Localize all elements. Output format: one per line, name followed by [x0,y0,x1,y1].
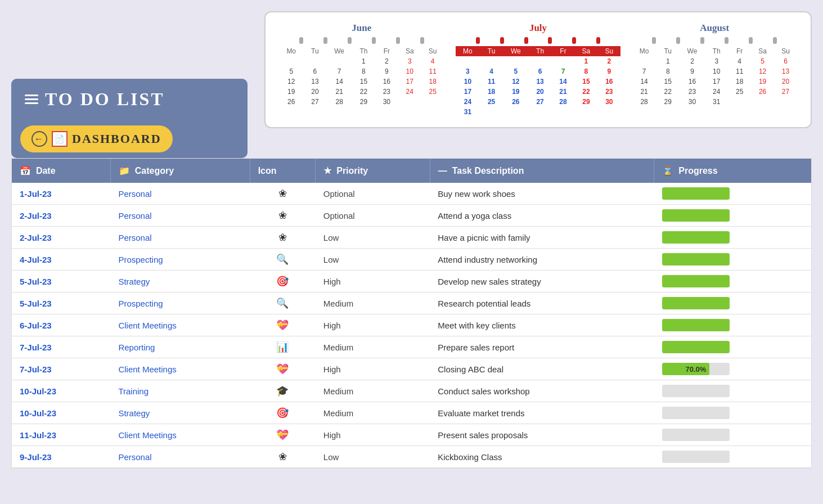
cell-progress [654,249,811,271]
cell-category: Prospecting [110,249,250,271]
progress-bar-fill [662,231,730,244]
table-row: 10-Jul-23Strategy🎯MediumEvaluate market … [12,402,811,424]
cell-date: 10-Jul-23 [12,402,110,424]
calendar-august: August MoTuWeThFrSaSu 123456 78910111213… [632,22,797,117]
progress-bar-fill [662,341,730,353]
cell-priority: Low [316,249,430,271]
cell-date: 7-Jul-23 [12,336,110,358]
calendar-section: June MoTuWeThFrSaSu 1234 567891011 12131… [264,11,812,128]
cell-priority: Medium [316,380,430,402]
col-header-date: 📅 Date [12,159,110,183]
calendar-july: July Mo Tu We Th Fr Sa [456,22,621,117]
table-row: 6-Jul-23Client Meetings💝HighMeet with ke… [12,314,811,336]
table-row: 7-Jul-23Reporting📊MediumPrepare sales re… [12,336,811,358]
july-title: July [456,22,621,34]
cell-progress [654,292,811,314]
progress-bar-fill [662,297,730,309]
cell-category: Prospecting [110,292,250,314]
progress-bar-container [662,275,730,287]
progress-bar-label: 70.0% [685,365,706,374]
cell-progress [654,205,811,227]
cell-priority: Medium [316,292,430,314]
star-icon: ★ [323,166,331,176]
cell-priority: High [316,271,430,292]
progress-bar-container [662,231,730,244]
cell-priority: High [316,424,430,446]
cell-icon: 💝 [250,314,316,336]
table-row: 1-Jul-23Personal❀OptionalBuy new work sh… [12,183,811,205]
cell-category: Client Meetings [110,424,250,446]
cell-icon: 🔍 [250,292,316,314]
cell-icon: 💝 [250,424,316,446]
table-row: 4-Jul-23Prospecting🔍LowAttend industry n… [12,249,811,271]
cell-progress [654,402,811,424]
cell-date: 4-Jul-23 [12,249,110,271]
cell-progress [654,446,811,468]
table-row: 5-Jul-23Prospecting🔍MediumResearch poten… [12,292,811,314]
minus-icon: — [438,166,447,176]
col-header-priority: ★ Priority [316,159,430,183]
cell-description: Present sales proposals [430,424,654,446]
cell-priority: High [316,358,430,380]
table-row: 10-Jul-23Training🎓MediumConduct sales wo… [12,380,811,402]
cell-progress [654,227,811,249]
cell-description: Attend industry networking [430,249,654,271]
col-header-icon: Icon [250,159,316,183]
cell-priority: Optional [316,205,430,227]
cell-progress [654,183,811,205]
progress-bar-fill [662,209,730,222]
cell-priority: Low [316,227,430,249]
cell-date: 7-Jul-23 [12,358,110,380]
cell-category: Personal [110,446,250,468]
cell-priority: Optional [316,183,430,205]
cell-icon: 🔍 [250,249,316,271]
cell-date: 10-Jul-23 [12,380,110,402]
progress-bar-container [662,341,730,353]
cell-date: 9-Jul-23 [12,446,110,468]
cell-progress [654,271,811,292]
cell-category: Training [110,380,250,402]
cell-description: Closing ABC deal [430,358,654,380]
cell-category: Personal [110,227,250,249]
cell-icon: 💝 [250,358,316,380]
progress-bar-container [662,451,730,463]
table-row: 11-Jul-23Client Meetings💝HighPresent sal… [12,424,811,446]
cell-progress [654,314,811,336]
cell-date: 6-Jul-23 [12,314,110,336]
cell-description: Attend a yoga class [430,205,654,227]
august-title: August [632,22,797,34]
cell-description: Develop new sales strategy [430,271,654,292]
page-title: TO DO LIST [45,89,165,110]
cell-description: Prepare sales report [430,336,654,358]
cell-category: Client Meetings [110,314,250,336]
cell-date: 5-Jul-23 [12,292,110,314]
progress-bar-fill [662,319,730,331]
hourglass-icon: ⌛ [662,166,673,176]
cell-progress [654,424,811,446]
cell-icon: 🎓 [250,380,316,402]
table-row: 5-Jul-23Strategy🎯HighDevelop new sales s… [12,271,811,292]
cell-category: Personal [110,183,250,205]
progress-bar-container [662,297,730,309]
cell-description: Conduct sales workshop [430,380,654,402]
progress-bar-container [662,319,730,331]
cell-progress [654,380,811,402]
cell-category: Strategy [110,271,250,292]
calendar-icon: 📅 [20,166,31,176]
cell-description: Research potential leads [430,292,654,314]
todo-header: TO DO LIST [11,79,248,120]
task-table-section: 📅 Date 📁 Category Icon ★ Priority [11,158,812,469]
cell-date: 5-Jul-23 [12,271,110,292]
calendar-june: June MoTuWeThFrSaSu 1234 567891011 12131… [279,22,444,117]
cell-description: Have a picnic with family [430,227,654,249]
col-header-description: — Task Description [430,159,654,183]
cell-icon: ❀ [250,183,316,205]
dashboard-button[interactable]: ← 📄 DASHBOARD [20,125,173,152]
menu-icon [25,94,38,104]
progress-bar-container [662,253,730,266]
cell-category: Strategy [110,402,250,424]
cell-date: 2-Jul-23 [12,227,110,249]
cell-description: Buy new work shoes [430,183,654,205]
cell-description: Meet with key clients [430,314,654,336]
cell-category: Client Meetings [110,358,250,380]
